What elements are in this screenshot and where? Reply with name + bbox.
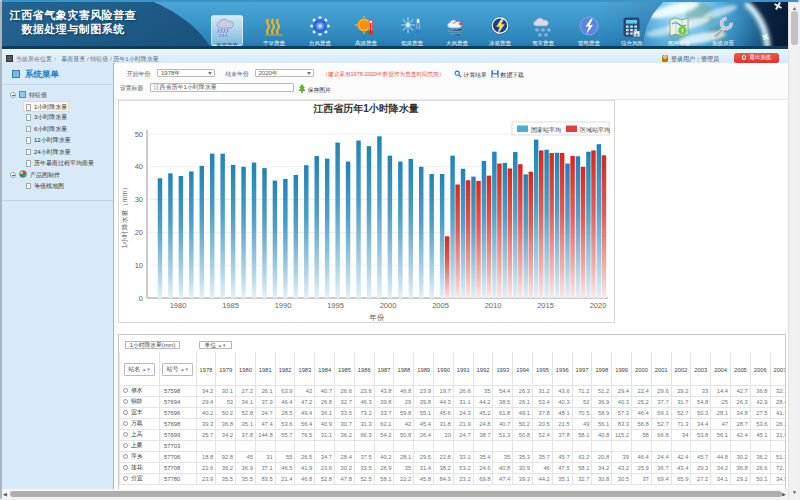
svg-text:年份: 年份	[369, 313, 386, 322]
svg-text:50: 50	[135, 130, 143, 139]
svg-text:10: 10	[135, 261, 143, 270]
svg-text:1995: 1995	[327, 301, 344, 310]
svg-text:40: 40	[135, 162, 143, 171]
svg-text:2000: 2000	[380, 301, 397, 310]
svg-text:❄: ❄	[544, 32, 549, 38]
svg-text:2015: 2015	[537, 301, 554, 310]
svg-text:30: 30	[135, 195, 143, 204]
svg-text:2020: 2020	[590, 301, 607, 310]
svg-text:国家站平均: 国家站平均	[531, 126, 561, 134]
svg-text:2005: 2005	[432, 301, 449, 310]
svg-text:区域站平均: 区域站平均	[580, 126, 610, 134]
svg-text:1990: 1990	[275, 301, 292, 310]
svg-text:20: 20	[135, 228, 143, 237]
svg-text:1985: 1985	[222, 301, 239, 310]
svg-text:2010: 2010	[485, 301, 502, 310]
svg-text:❄: ❄	[538, 32, 543, 38]
svg-text:1小时降水量（mm）: 1小时降水量（mm）	[121, 184, 129, 249]
svg-text:1980: 1980	[170, 301, 187, 310]
svg-text:0: 0	[139, 294, 143, 303]
svg-text:江西省历年1小时降水量: 江西省历年1小时降水量	[312, 103, 419, 114]
